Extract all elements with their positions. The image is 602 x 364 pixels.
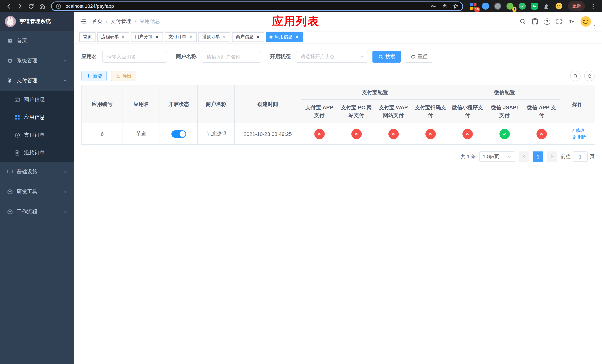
col-header-status: 开启状态 — [160, 85, 197, 123]
browser-menu-button[interactable] — [588, 1, 598, 11]
tab-close-button[interactable] — [121, 35, 126, 39]
sidebar-item-devtool[interactable]: 研发工具 — [0, 182, 74, 202]
tab-close-button[interactable] — [295, 35, 299, 39]
tab-user-group[interactable]: 用户分组 — [131, 32, 163, 42]
reset-button[interactable]: 重置 — [405, 51, 433, 63]
status-select[interactable]: 请选择开启状态 — [296, 51, 368, 63]
chevron-up-icon — [63, 78, 67, 83]
sidebar-item-merchant-info[interactable]: 商户信息 — [0, 91, 74, 108]
github-link-button[interactable] — [532, 18, 538, 25]
extension-wechat-icon[interactable] — [529, 1, 539, 11]
sidebar-item-payment[interactable]: ¥ 支付管理 — [0, 71, 74, 91]
sidebar-item-infra[interactable]: 基础设施 — [0, 162, 74, 182]
user-avatar-menu[interactable] — [580, 16, 596, 27]
target-circle-icon — [14, 132, 20, 138]
page-number-1[interactable]: 1 — [533, 151, 543, 162]
extension-avatar-icon[interactable]: 1 — [505, 1, 515, 11]
sidebar-item-system[interactable]: 系统管理 — [0, 51, 74, 71]
font-size-icon — [568, 18, 575, 25]
extension-gray-icon[interactable] — [493, 1, 502, 11]
back-icon — [6, 3, 12, 10]
sidebar-item-label: 首页 — [17, 37, 27, 44]
refresh-table-button[interactable] — [584, 71, 595, 81]
password-key-button[interactable] — [429, 2, 438, 11]
sidebar-item-app-info[interactable]: 应用信息 — [0, 108, 74, 126]
address-bar[interactable]: localhost:1024/pay/app — [51, 1, 463, 11]
export-button[interactable]: 导出 — [111, 71, 136, 81]
edit-label: 修改 — [576, 127, 585, 134]
sidebar-item-label: 退款订单 — [24, 150, 45, 156]
tab-close-button[interactable] — [188, 35, 193, 39]
tab-process-form[interactable]: 流程表单 — [97, 32, 129, 42]
page-jumper: 前往 页 — [561, 151, 595, 162]
cross-status-icon — [462, 129, 473, 139]
tab-label: 退款订单 — [202, 34, 220, 40]
right-toolbar — [570, 71, 595, 81]
browser-update-button[interactable]: 更新 — [568, 1, 585, 11]
search-button[interactable]: 搜索 — [372, 51, 401, 63]
trash-icon — [572, 135, 576, 139]
app-name-input[interactable] — [102, 51, 167, 63]
extension-drop-icon[interactable] — [481, 1, 490, 11]
merchant-name-input[interactable] — [202, 51, 261, 63]
browser-home-button[interactable] — [37, 1, 47, 11]
extensions-puzzle-button[interactable] — [542, 1, 551, 11]
check-status-icon — [499, 129, 510, 139]
edit-row-button[interactable]: 修改 — [570, 127, 585, 134]
help-button[interactable]: ? — [544, 18, 550, 25]
sidebar-item-workflow[interactable]: 工作流程 — [0, 202, 74, 222]
browser-forward-button[interactable] — [15, 1, 25, 11]
site-info-icon[interactable] — [55, 3, 62, 9]
page-size-select[interactable]: 10条/页 — [479, 151, 515, 162]
tab-close-button[interactable] — [155, 35, 159, 39]
tab-close-button[interactable] — [256, 35, 260, 39]
goto-page-input[interactable] — [573, 151, 588, 162]
browser-back-button[interactable] — [4, 1, 14, 11]
extension-badge: 10 — [474, 7, 480, 12]
browser-profile-avatar[interactable] — [554, 1, 563, 11]
chevron-down-icon — [359, 54, 364, 59]
page-content: 应用名 商户名称 开启状态 请选择开启状态 搜索 — [74, 43, 602, 364]
extension-badge: 1 — [513, 7, 516, 12]
tab-app-info[interactable]: 应用信息 — [266, 32, 303, 42]
toggle-search-button[interactable] — [570, 71, 580, 81]
tags-view-bar: 首页 流程表单 用户分组 支付订单 退款订单 商户信息 应用信息 — [74, 31, 602, 43]
tab-refund-order[interactable]: 退款订单 — [198, 32, 230, 42]
prev-page-button[interactable] — [519, 151, 529, 162]
breadcrumb-payment[interactable]: 支付管理 — [111, 18, 131, 25]
chevron-down-icon — [507, 154, 512, 159]
font-size-button[interactable] — [568, 18, 575, 25]
tab-home[interactable]: 首页 — [79, 32, 96, 42]
key-icon — [430, 3, 437, 9]
chevron-down-icon — [63, 210, 67, 214]
fullscreen-button[interactable] — [556, 18, 562, 25]
sidebar-item-home[interactable]: 首页 — [0, 31, 74, 51]
app-logo[interactable]: 芋道管理系统 — [0, 12, 74, 31]
breadcrumb-home[interactable]: 首页 — [92, 18, 103, 25]
sidebar-toggle-button[interactable] — [80, 18, 87, 25]
cell-alipay-pc — [338, 123, 375, 145]
plus-icon — [86, 74, 91, 78]
screen: localhost:1024/pay/app 10 — [0, 0, 602, 364]
tab-merchant-info[interactable]: 商户信息 — [232, 32, 264, 42]
tab-pay-order[interactable]: 支付订单 — [165, 32, 197, 42]
share-button[interactable] — [440, 2, 449, 11]
add-button[interactable]: 新增 — [81, 71, 107, 81]
browser-reload-button[interactable] — [26, 1, 36, 11]
extension-check-icon[interactable] — [517, 1, 527, 11]
delete-row-button[interactable]: 删除 — [572, 134, 586, 140]
bookmark-star-button[interactable] — [451, 2, 460, 11]
header-search-button[interactable] — [519, 18, 526, 25]
browser-toolbar: localhost:1024/pay/app 10 — [0, 0, 602, 12]
sidebar-item-pay-order[interactable]: 支付订单 — [0, 126, 74, 144]
refresh-icon — [587, 74, 592, 78]
tab-label: 商户信息 — [236, 34, 254, 40]
tab-close-button[interactable] — [222, 35, 226, 39]
sidebar-item-refund-order[interactable]: 退款订单 — [0, 144, 74, 162]
next-page-button[interactable] — [547, 151, 557, 162]
status-toggle[interactable] — [171, 130, 186, 138]
extension-grid-icon[interactable]: 10 — [468, 1, 478, 11]
page-title: 应用列表 — [272, 14, 320, 29]
col-header-alipay-pc: 支付宝 PC 网站支付 — [338, 99, 375, 123]
col-header-merchant: 商户名称 — [197, 85, 235, 123]
